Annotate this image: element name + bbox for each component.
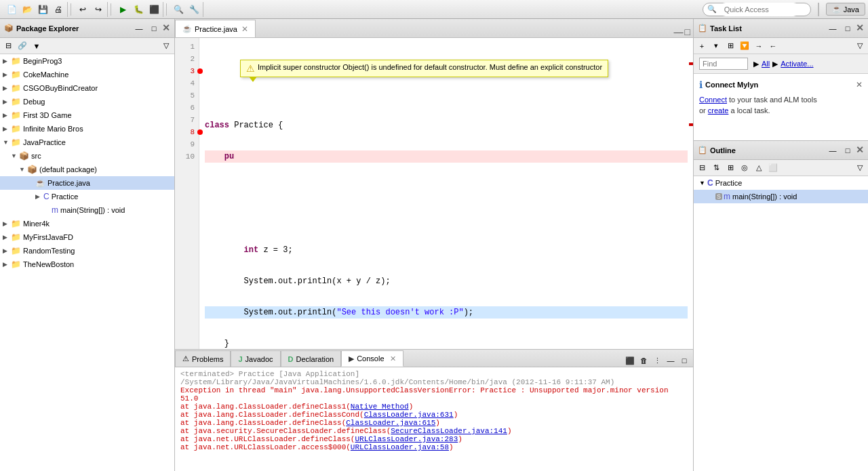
tree-item-debug[interactable]: ▶ 📁 Debug [0, 95, 174, 108]
main-toolbar: 📄 📂 💾 🖨 ↩ ↪ ▶ 🐛 ⬛ 🔍 🔧 🔍 ☕ Java [0, 0, 868, 19]
defaultpkg-label: (default package) [39, 165, 97, 173]
tree-item-practicejava[interactable]: ☕ Practice.java [0, 176, 174, 190]
connect-link[interactable]: Connect [699, 96, 727, 104]
code-content[interactable]: ⚠ Implicit super constructor Object() is… [199, 38, 693, 349]
task-forward-button[interactable]: → [752, 40, 766, 52]
tab-problems[interactable]: ⚠ Problems [175, 350, 231, 367]
redo-button[interactable]: ↪ [91, 3, 106, 16]
debug-button[interactable]: 🐛 [131, 3, 146, 16]
tab-console[interactable]: ▶ Console ✕ [341, 350, 403, 367]
classloader-615-link[interactable]: ClassLoader.java:615 [346, 419, 435, 427]
view-options-button[interactable]: ▽ [159, 40, 173, 52]
tree-item-first3d[interactable]: ▶ 📁 First 3D Game [0, 108, 174, 122]
search-button[interactable]: 🔍 [171, 3, 186, 16]
console-options-button[interactable]: ⋮ [651, 354, 663, 367]
line-4: 4 [175, 77, 199, 89]
quick-access-input[interactable] [719, 3, 800, 16]
tab-declaration[interactable]: D Declaration [281, 350, 342, 367]
maximize-editor-button[interactable]: □ [685, 26, 690, 37]
practice-class-icon: C [43, 192, 50, 201]
console-terminated-line: <terminated> Practice [Java Application]… [180, 370, 688, 386]
minimize-editor-button[interactable]: — [674, 26, 684, 37]
tree-item-defaultpkg[interactable]: ▼ 📦 (default package) [0, 163, 174, 176]
tree-item-miner4k[interactable]: ▶ 📁 Miner4k [0, 217, 174, 230]
tree-item-src[interactable]: ▼ 📦 src [0, 149, 174, 163]
editor-tab-close-button[interactable]: ✕ [241, 24, 248, 34]
task-filter3-button[interactable]: 🔽 [738, 40, 751, 52]
collapse-all-button[interactable]: ⊟ [1, 40, 15, 52]
myfirstjavafd-label: MyFirstJavaFD [23, 233, 73, 241]
outline-sort-button[interactable]: ⇅ [709, 162, 723, 174]
outline-filter1-button[interactable]: ⊞ [724, 162, 737, 174]
tree-item-cokemachine[interactable]: ▶ 📁 CokeMachine [0, 68, 174, 81]
task-back-button[interactable]: ← [766, 40, 780, 52]
urlclassloader-58-link[interactable]: URLClassLoader.java:58 [351, 443, 449, 451]
close-task-panel-button[interactable]: ✕ [856, 22, 864, 35]
minimize-outline-button[interactable]: — [826, 144, 840, 157]
task-filter2-button[interactable]: ⊞ [724, 40, 737, 52]
close-left-panel-button[interactable]: ✕ [162, 22, 170, 35]
console-error-line1: Exception in thread "main" java.lang.Uns… [180, 386, 688, 403]
outline-collapse-button[interactable]: ⊟ [695, 162, 709, 174]
mylyn-close-button[interactable]: ✕ [856, 80, 863, 89]
native-method-link[interactable]: Native Method [351, 403, 409, 411]
create-link[interactable]: create [708, 106, 729, 115]
minimize-task-button[interactable]: — [826, 22, 840, 35]
outline-item-practice[interactable]: ▼ C Practice [694, 176, 868, 190]
tree-arrow-beginprog3: ▶ [3, 58, 11, 64]
tree-item-thenewboston[interactable]: ▶ 📁 TheNewBoston [0, 258, 174, 271]
src-icon: 📦 [19, 151, 29, 161]
tree-item-practice-class[interactable]: ▶ C Practice [0, 190, 174, 203]
outline-filter3-button[interactable]: △ [752, 162, 766, 174]
save-button[interactable]: 💾 [35, 3, 50, 16]
maximize-outline-button[interactable]: □ [841, 144, 854, 157]
new-button[interactable]: 📄 [4, 3, 19, 16]
undo-button[interactable]: ↩ [75, 3, 90, 16]
minimize-left-button[interactable]: — [132, 22, 146, 35]
link-editor-button[interactable]: 🔗 [16, 40, 29, 52]
task-filter1-button[interactable]: ▾ [709, 40, 723, 52]
terminate-console-button[interactable]: ⬛ [624, 354, 636, 367]
java-perspective-badge[interactable]: ☕ Java [826, 3, 865, 16]
stop-button[interactable]: ⬛ [146, 3, 161, 16]
tab-javadoc[interactable]: J Javadoc [231, 350, 280, 367]
clear-console-button[interactable]: 🗑 [637, 354, 650, 367]
run-button[interactable]: ▶ [115, 3, 130, 16]
practice-outline-icon: C [707, 178, 713, 188]
tree-item-javapractice[interactable]: ▼ 📁 JavaPractice [0, 136, 174, 149]
tree-item-randomtesting[interactable]: ▶ 📁 RandomTesting [0, 244, 174, 258]
outline-filter4-button[interactable]: ⬜ [766, 162, 780, 174]
task-add-button[interactable]: + [695, 40, 709, 52]
outline-item-main[interactable]: S m main(String[]) : void [694, 190, 868, 203]
secureclassloader-link[interactable]: SecureClassLoader.java:141 [391, 427, 507, 435]
maximize-left-button[interactable]: □ [147, 22, 161, 35]
declaration-icon: D [288, 355, 294, 363]
editor-tab-practicejava[interactable]: ☕ Practice.java ✕ [175, 20, 256, 37]
maximize-console-button[interactable]: □ [678, 354, 690, 367]
activate-button[interactable]: Activate... [781, 60, 813, 68]
console-tab-close-button[interactable]: ✕ [390, 354, 396, 363]
mylyn-text: Connect to your task and ALM tools or cr… [699, 94, 863, 116]
tree-item-myfirstjavafd[interactable]: ▶ 📁 MyFirstJavaFD [0, 230, 174, 244]
minimize-console-button[interactable]: — [665, 354, 677, 367]
maximize-task-button[interactable]: □ [841, 22, 854, 35]
urlclassloader-283-link[interactable]: URLClassLoader.java:283 [355, 435, 458, 443]
tree-arrow-defaultpkg: ▼ [19, 166, 27, 173]
tree-item-main[interactable]: m main(String[]) : void [0, 203, 174, 217]
classloader-631-link[interactable]: ClassLoader.java:631 [364, 411, 454, 419]
print-button[interactable]: 🖨 [51, 3, 66, 16]
tree-item-infinitemario[interactable]: ▶ 📁 Infinite Mario Bros [0, 122, 174, 136]
open-button[interactable]: 📂 [20, 3, 35, 16]
tree-item-beginprog3[interactable]: ▶ 📁 BeginProg3 [0, 54, 174, 68]
view-menu-button[interactable]: ▼ [30, 40, 43, 52]
randomtesting-label: RandomTesting [23, 247, 75, 255]
csgobuy-icon: 📁 [11, 83, 21, 93]
outline-menu-button[interactable]: ▽ [853, 162, 867, 174]
outline-filter2-button[interactable]: ◎ [738, 162, 751, 174]
tree-item-csgobuy[interactable]: ▶ 📁 CSGOBuyBindCreator [0, 81, 174, 95]
close-outline-button[interactable]: ✕ [856, 144, 864, 157]
all-tasks-button[interactable]: All [762, 60, 770, 68]
task-menu-button[interactable]: ▽ [853, 40, 867, 52]
task-find-input[interactable] [699, 58, 748, 70]
refactor-button[interactable]: 🔧 [186, 3, 201, 16]
